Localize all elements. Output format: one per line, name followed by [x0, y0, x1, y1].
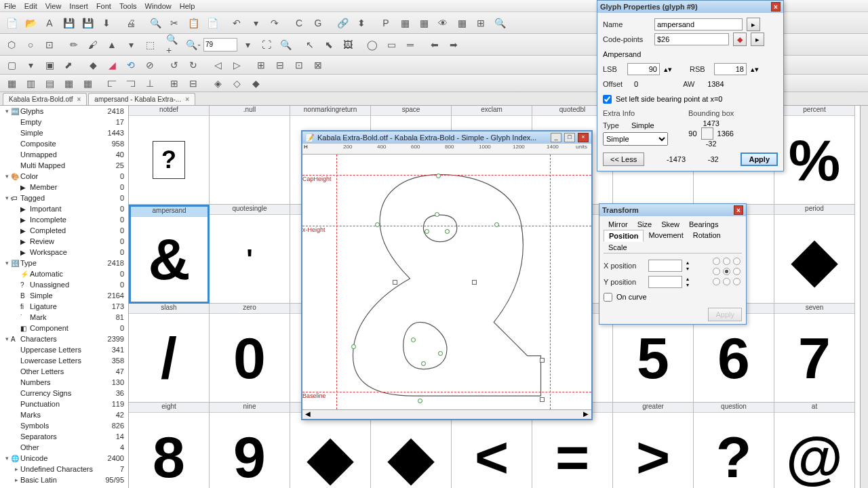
tree-unmapped[interactable]: Unmapped40: [0, 149, 128, 160]
nav-l-icon[interactable]: ◁: [209, 56, 226, 74]
menu-file[interactable]: File: [4, 2, 16, 10]
rot-r-icon[interactable]: ↻: [184, 56, 202, 74]
xpos-input[interactable]: [648, 260, 682, 272]
tree-important[interactable]: ▶Important0: [0, 203, 128, 214]
spinner-icon[interactable]: ▴▾: [686, 260, 689, 272]
tree-automatic[interactable]: ⚡Automatic0: [0, 268, 128, 279]
origin-picker[interactable]: [712, 258, 742, 287]
menu-edit[interactable]: Edit: [24, 2, 37, 10]
p-icon[interactable]: P: [377, 14, 395, 32]
tree-completed[interactable]: ▶Completed0: [0, 225, 128, 236]
glyph-cell[interactable]: .null: [210, 106, 290, 205]
ypos-input[interactable]: [648, 276, 682, 288]
grid-icon3[interactable]: ▦: [453, 14, 471, 32]
tab-skew[interactable]: Skew: [656, 219, 684, 230]
font-icon[interactable]: A: [41, 14, 58, 32]
node[interactable]: [438, 351, 443, 356]
node[interactable]: [425, 229, 429, 234]
align-c-icon[interactable]: ⫎: [122, 75, 140, 92]
minimize-icon[interactable]: _: [551, 133, 561, 142]
glyph-cell[interactable]: notdef?: [129, 106, 210, 205]
node[interactable]: [540, 397, 545, 402]
node[interactable]: [435, 212, 439, 217]
glyph-cell[interactable]: greater>: [613, 403, 694, 488]
tab-position[interactable]: Position: [604, 230, 644, 242]
tree-lower[interactable]: Lowercase Letters358: [0, 355, 128, 366]
pointer2-icon[interactable]: ⬉: [320, 36, 338, 54]
unlink-icon[interactable]: ⊘: [141, 56, 159, 74]
editor-titlebar[interactable]: 📝 Kabala Extra-Bold.otf - Kabala Extra-B…: [302, 131, 591, 144]
tab-font[interactable]: Kabala Extra-Bold.otf ×: [3, 93, 87, 105]
tool-a-icon[interactable]: ⬡: [3, 36, 20, 54]
editor-canvas[interactable]: CapHeight x-Height Baseline: [302, 155, 591, 409]
menu-window[interactable]: Window: [145, 2, 172, 10]
new-icon[interactable]: 📄: [3, 14, 20, 32]
apply-button[interactable]: Apply: [741, 152, 778, 166]
brush-icon[interactable]: 🖌: [84, 36, 102, 54]
glyph-cell[interactable]: quotesingle': [210, 205, 290, 304]
tool-c-icon[interactable]: ⊡: [41, 36, 58, 54]
rot-l-icon[interactable]: ↺: [165, 56, 183, 74]
glyph-cell[interactable]: question?: [694, 403, 774, 488]
tree-color[interactable]: ▾🎨Color0: [0, 171, 128, 182]
lsb-input[interactable]: [627, 63, 660, 75]
tab-movement[interactable]: Movement: [644, 230, 688, 242]
glyph-properties-panel[interactable]: Glyph Properties (glyph #9) × Name▸ Code…: [597, 0, 784, 171]
undo-icon[interactable]: ↶: [228, 14, 245, 32]
tree-ligature[interactable]: ﬁLigature173: [0, 301, 128, 312]
shape2-icon[interactable]: ▭: [382, 36, 400, 54]
align-r-icon[interactable]: ⊥: [141, 75, 159, 92]
redo-icon[interactable]: ↷: [266, 14, 283, 32]
name-input[interactable]: [654, 18, 743, 30]
snap3-icon[interactable]: ◆: [247, 75, 264, 92]
c-icon[interactable]: C: [290, 14, 308, 32]
tab-glyph[interactable]: ampersand - Kabala Extra-... ×: [88, 93, 195, 105]
tree-separators[interactable]: Separators14: [0, 431, 128, 442]
tree-characters[interactable]: ▾ACharacters2399: [0, 333, 128, 344]
misc4-icon[interactable]: ⊠: [309, 56, 327, 74]
grid-a-icon[interactable]: ▦: [3, 75, 20, 92]
print-icon[interactable]: 🖨: [122, 14, 140, 32]
glyph-cell[interactable]: slash/: [129, 304, 210, 403]
export2-icon[interactable]: ⬈: [60, 56, 77, 74]
mark1-icon[interactable]: ◆: [84, 56, 102, 74]
tree-multimapped[interactable]: Multi Mapped25: [0, 160, 128, 171]
misc2-icon[interactable]: ⊟: [271, 56, 289, 74]
glyph-cell[interactable]: eight8: [129, 403, 210, 488]
code-input[interactable]: [654, 33, 729, 45]
grid-c-icon[interactable]: ▤: [41, 75, 58, 92]
tree-undef[interactable]: ▸Undefined Characters7: [0, 464, 128, 474]
shape3-icon[interactable]: ═: [401, 36, 419, 54]
misc1-icon[interactable]: ⊞: [252, 56, 270, 74]
search-icon[interactable]: 🔍: [146, 14, 164, 32]
name-helper-button[interactable]: ▸: [747, 18, 760, 31]
tab-rotation[interactable]: Rotation: [688, 230, 726, 242]
glyph-outline[interactable]: [302, 155, 591, 409]
spinner-icon[interactable]: ▴▾: [751, 65, 759, 74]
close-icon[interactable]: ×: [771, 2, 781, 12]
zoomout-icon[interactable]: 🔍-: [184, 36, 202, 54]
tree-currency[interactable]: Currency Signs36: [0, 388, 128, 399]
cut-icon[interactable]: ✂: [165, 14, 183, 32]
grid-icon1[interactable]: ▦: [396, 14, 414, 32]
node[interactable]: [445, 229, 450, 234]
doc-drop-icon[interactable]: ▾: [22, 56, 39, 74]
node[interactable]: [472, 280, 477, 285]
tree-symbols[interactable]: Symbols826: [0, 420, 128, 431]
tree-tagged[interactable]: ▾🏷Tagged0: [0, 192, 128, 203]
link-icon[interactable]: 🔗: [334, 14, 351, 32]
tab-bearings[interactable]: Bearings: [684, 219, 723, 230]
scroll-left-icon[interactable]: ◀: [305, 410, 311, 419]
dropdown-icon[interactable]: ▾: [122, 36, 140, 54]
shape1-icon[interactable]: ◯: [363, 36, 381, 54]
close-icon[interactable]: ×: [185, 96, 189, 103]
tree-workspace[interactable]: ▶Workspace0: [0, 247, 128, 258]
tree-component[interactable]: ◧Component0: [0, 323, 128, 333]
tree-member[interactable]: ▶Member0: [0, 182, 128, 192]
tree-simple2[interactable]: BSimple2164: [0, 290, 128, 301]
tab-mirror[interactable]: Mirror: [604, 219, 633, 230]
menu-tools[interactable]: Tools: [119, 2, 137, 10]
tree-review[interactable]: ▶Review0: [0, 236, 128, 247]
glyph-cell-selected[interactable]: ampersand&: [129, 205, 210, 304]
maximize-icon[interactable]: □: [564, 133, 575, 142]
